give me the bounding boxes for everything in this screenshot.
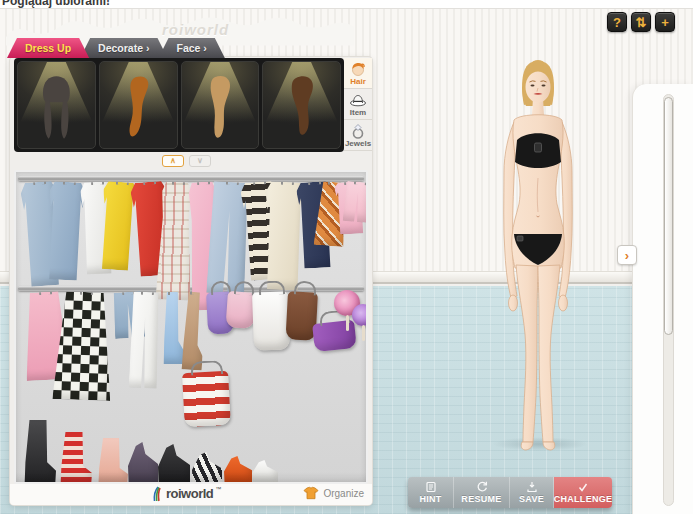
scroll-up-button[interactable]: ∧ — [162, 155, 184, 167]
category-item[interactable]: Item — [344, 89, 372, 120]
closet-item-plum-mary-janes[interactable] — [128, 442, 158, 482]
hair-option-pigtails[interactable] — [17, 61, 96, 149]
item-category-sidebar: Hair Item Jewels — [344, 58, 372, 182]
organize-button[interactable]: Organize — [303, 486, 364, 500]
panel-expand-button[interactable]: › — [617, 245, 637, 265]
tab-dress-up[interactable]: Dress Up — [7, 38, 89, 58]
swap-arrows-icon: ⇅ — [636, 16, 647, 29]
closet-item-pink-ballet-flats[interactable] — [96, 438, 128, 482]
scrollbar-track[interactable] — [663, 94, 674, 506]
tab-decorate[interactable]: Decorate › — [80, 38, 167, 58]
scrollbar-thumb[interactable] — [664, 97, 673, 335]
doll-panty-buckle — [517, 236, 523, 241]
category-hair[interactable]: Hair — [344, 58, 372, 89]
checkmark-icon — [577, 481, 589, 493]
scroll-down-button[interactable]: ∨ — [189, 155, 211, 167]
category-jewels[interactable]: Jewels — [344, 120, 372, 151]
hair-icon — [349, 60, 367, 78]
action-bar: HINT RESUME SAVE CHALLENGE — [408, 477, 612, 508]
pigtail-hair-icon — [18, 66, 95, 149]
chevron-up-icon: ∧ — [170, 157, 176, 165]
right-items-panel — [632, 84, 693, 514]
question-icon: ? — [613, 16, 621, 29]
doll-bra-clasp — [535, 143, 542, 152]
hair-option-dark-wavy[interactable] — [262, 61, 341, 149]
hair-option-auburn-wavy[interactable] — [99, 61, 178, 149]
save-button[interactable]: SAVE — [510, 477, 554, 508]
closet-item-checkered-skirt[interactable] — [52, 291, 114, 401]
panel-footer: roiworld™ Organize — [10, 484, 372, 505]
header-buttons: ? ⇅ + — [607, 12, 675, 32]
hair-option-honey-sideswept[interactable] — [181, 61, 260, 149]
page-heading-strip: Poglądaj ubiorami! — [0, 0, 693, 9]
trademark: ™ — [215, 486, 221, 492]
roiworld-watermark: roiworld — [162, 21, 229, 38]
swap-arrows-button[interactable]: ⇅ — [631, 12, 651, 32]
chevron-right-icon: › — [625, 249, 629, 262]
auburn-hair-icon — [100, 66, 177, 149]
roiworld-logo: roiworld™ — [152, 486, 221, 502]
closet-item-purple-clutch[interactable] — [312, 320, 357, 352]
closet-item-blue-boots[interactable] — [162, 292, 184, 364]
resume-icon — [476, 481, 488, 493]
closet-item-tan-boots[interactable] — [180, 291, 206, 370]
page-heading-text: Poglądaj ubiorami! — [2, 0, 110, 8]
dark-hair-icon — [263, 66, 340, 149]
closet-item-orange-flats[interactable] — [224, 456, 252, 482]
hint-button[interactable]: HINT — [408, 477, 454, 508]
doll-foot-right — [543, 442, 555, 450]
tab-face[interactable]: Face › — [158, 38, 224, 58]
add-button[interactable]: + — [655, 12, 675, 32]
ring-icon — [349, 122, 367, 140]
closet-item-purple-lollipop[interactable] — [352, 304, 368, 326]
honey-hair-icon — [182, 66, 259, 149]
save-icon — [526, 481, 538, 493]
wardrobe-panel: roiworld Dress Up Decorate › Face › — [10, 28, 372, 505]
doll-model[interactable] — [468, 58, 608, 453]
closet-item-black-lace-up-boots[interactable] — [22, 420, 56, 482]
doll-leg-right — [538, 265, 560, 442]
feather-icon — [152, 486, 164, 502]
shirt-icon — [303, 486, 319, 500]
doll-eye-right — [542, 84, 546, 86]
doll-hand-left — [509, 295, 518, 311]
challenge-button[interactable]: CHALLENGE — [554, 477, 612, 508]
closet-area — [14, 170, 368, 484]
doll-leg-left — [516, 265, 538, 442]
doll-head — [526, 72, 551, 103]
closet-item-red-strappy-heels[interactable] — [58, 432, 92, 482]
closet-item-white-sandals[interactable] — [252, 460, 278, 482]
closet-item-white-handbag[interactable] — [252, 291, 290, 350]
doll-eye-left — [531, 84, 535, 86]
doll-foot-left — [521, 442, 533, 450]
chevron-down-icon: ∨ — [197, 157, 203, 165]
hair-options-strip — [14, 58, 344, 152]
closet-item-black-flats[interactable] — [158, 444, 190, 482]
help-button[interactable]: ? — [607, 12, 627, 32]
dress-up-game-screen: Poglądaj ubiorami! — [0, 0, 693, 514]
closet-item-white-jeans[interactable] — [129, 292, 160, 389]
plus-icon: + — [661, 16, 669, 29]
resume-button[interactable]: RESUME — [454, 477, 510, 508]
hint-icon — [425, 481, 437, 493]
closet-item-zebra-print-flats[interactable] — [192, 452, 222, 482]
shoe-row — [16, 410, 316, 484]
hat-icon — [349, 91, 367, 109]
doll-hand-right — [559, 295, 568, 311]
strip-scroll-buttons: ∧ ∨ — [162, 155, 211, 167]
category-tabs: Dress Up Decorate › Face › — [16, 38, 225, 58]
